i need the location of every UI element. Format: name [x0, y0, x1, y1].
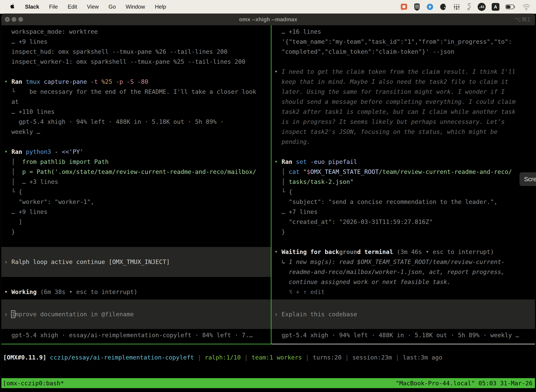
menu-status-icons: ..61 A — [400, 3, 536, 11]
crescent-icon[interactable] — [440, 3, 447, 10]
menu-bar: SlackFileEditViewGoWindowHelp ..61 — [0, 0, 536, 14]
dots-grid-icon[interactable] — [453, 3, 460, 10]
text-segment: "created_at": "2026-03-31T11:59:27.816Z" — [274, 218, 433, 225]
text-segment: Explain this codebase — [282, 311, 357, 318]
omx-session-status: [OMX#0.11.9] cczip/essay/ai-reimplementa… — [1, 344, 535, 363]
pane-left-prompt-input[interactable]: › Improve documentation in @filename — [1, 299, 271, 329]
chat-badge-icon[interactable] — [400, 3, 408, 10]
apple-menu[interactable] — [10, 3, 15, 11]
squiggle-icon[interactable] — [466, 3, 472, 11]
terminal-line: pending. — [274, 137, 532, 147]
terminal-line — [4, 137, 268, 147]
terminal-line — [4, 237, 268, 247]
text-segment: Waiting for back — [282, 248, 339, 255]
text-segment: ] — [4, 218, 22, 225]
screen: SlackFileEditViewGoWindowHelp ..61 — [0, 0, 536, 392]
text-segment: … +9 lines — [4, 38, 48, 45]
blue-bolt-icon[interactable] — [426, 3, 434, 10]
terminal-line: weekly … — [4, 127, 268, 137]
text-segment: "subject": "send a concise recommendatio… — [274, 198, 498, 205]
tmux-pane-right[interactable]: … +16 lines '{"team_name":"my-team","tas… — [272, 25, 535, 344]
screen-edge-tooltip: Scre — [519, 172, 536, 186]
text-segment: (3m 46s • esc to interrupt) — [393, 248, 494, 255]
text-segment: └ { — [4, 188, 22, 195]
terminal-line: "subject": "send a concise recommendatio… — [274, 197, 532, 207]
menu-item-slack[interactable]: Slack — [25, 4, 39, 10]
text-segment: … +16 lines — [274, 28, 321, 35]
terminal-line: … +110 lines — [4, 107, 268, 117]
text-segment: │ — [4, 158, 22, 165]
text-segment: [OMX#0.11.9] — [3, 354, 50, 361]
window-shortcut-hint: ⌥⌘1 — [515, 14, 530, 25]
badge-61-label: ..61 — [479, 5, 484, 9]
terminal-line: should send a message before completing … — [274, 97, 532, 107]
terminal-line: │ … +3 lines — [4, 177, 268, 187]
pane-right-prompt-input[interactable]: › Explain this codebase — [272, 299, 535, 329]
text-segment: › — [4, 311, 11, 318]
tmux-pane-divider[interactable] — [271, 25, 272, 344]
text-segment: <<'PY' — [62, 148, 84, 155]
input-source-a-icon[interactable]: A — [492, 3, 499, 11]
terminal-line: keep that in mind. Maybe I also need the… — [274, 77, 532, 87]
text-segment: p = Path('.omx/state/team/review-current… — [22, 168, 256, 175]
terminal-line: [OMX#0.11.9] cczip/essay/ai-reimplementa… — [3, 352, 535, 363]
terminal-line: • I need to get the claim token from the… — [274, 67, 532, 77]
terminal-line: gpt-5.4 xhigh · 94% left · 488K in · 5.1… — [4, 117, 268, 127]
menu-item-view[interactable]: View — [87, 4, 99, 10]
text-segment: $ — [307, 168, 310, 175]
terminal-line: │ cat "$OMX_TEAM_STATE_ROOT/team/review-… — [274, 167, 532, 177]
pane-right-output: … +16 lines '{"team_name":"my-team","tas… — [274, 27, 532, 297]
input-source-label: A — [494, 4, 497, 10]
text-segment: • — [4, 78, 11, 85]
text-segment: mprove documentation in @filename — [15, 311, 134, 318]
menu-item-help[interactable]: Help — [155, 4, 166, 10]
terminal-line: workspace_mode: worktree — [4, 27, 268, 37]
terminal-line: • Ran python3 - <<'PY' — [4, 147, 268, 157]
text-segment: I — [11, 311, 15, 318]
text-segment: python3 — [26, 148, 55, 155]
terminal-line: › Improve documentation in @filename — [4, 299, 268, 329]
grid-shield-icon[interactable] — [414, 3, 420, 11]
text-segment: readme-and-reco/mailbox/worker-1.json, a… — [274, 268, 505, 275]
menu-item-go[interactable]: Go — [109, 4, 116, 10]
terminal-line: › Explain this codebase — [274, 299, 532, 329]
text-segment: last:3m ago — [403, 354, 442, 361]
text-segment: -p — [116, 78, 127, 85]
text-segment: %25 — [101, 78, 116, 85]
terminal-line: inspect_worker-1: omx sparkshell --tmux-… — [4, 57, 268, 67]
terminal-line: inspect task2's JSON, focusing on the st… — [274, 127, 532, 137]
text-segment: -t — [91, 78, 101, 85]
text-segment: … +9 lines — [4, 208, 48, 215]
text-segment: d terminal — [357, 248, 393, 255]
terminal-line: } — [274, 227, 532, 237]
terminal-line: "worker": "worker-1", — [4, 197, 268, 207]
text-segment: cczip/essay/ai-reimplementation-copyleft — [50, 354, 194, 361]
text-segment: later. Using the same for transition mig… — [274, 88, 505, 95]
text-segment: tmux — [26, 78, 44, 85]
menu-item-edit[interactable]: Edit — [68, 4, 77, 10]
terminal-line — [274, 147, 532, 157]
menu-item-window[interactable]: Window — [125, 4, 145, 10]
terminal-line: • Working (6m 38s • esc to interrupt) — [4, 287, 268, 297]
menu-item-file[interactable]: File — [49, 4, 58, 10]
tmux-host-and-clock: "MacBook-Pro-44.local" 05:03 31-Mar-26 — [396, 380, 532, 387]
text-segment: tasks/task-2.json — [289, 178, 350, 185]
text-segment: Ralph loop active continue [OMX_TMUX_INJ… — [11, 258, 170, 265]
terminal-line: is in progress? It seems likely but perh… — [274, 117, 532, 127]
text-segment: - — [55, 148, 62, 155]
terminal-line: └ { — [274, 187, 532, 197]
text-segment: • — [4, 148, 11, 155]
terminal-line: └ be necessary for the end of the README… — [4, 87, 268, 97]
text-segment: | — [302, 354, 313, 361]
text-segment: workspace_mode: worktree — [4, 28, 98, 35]
pane-left-status-line: gpt-5.4 xhigh · essay/ai-reimplementatio… — [1, 330, 271, 340]
window-titlebar[interactable]: omx --xhigh --madmax ⌥⌘1 — [1, 14, 535, 25]
terminal-line: '{"team_name":"my-team","task_id":"1","f… — [274, 37, 532, 47]
terminal-line — [4, 67, 268, 77]
tmux-pane-left[interactable]: workspace_mode: worktree … +9 lines insp… — [1, 25, 271, 344]
battery-icon[interactable] — [505, 3, 516, 10]
badge-61-icon[interactable]: ..61 — [478, 3, 486, 11]
terminal-line: ↳ 1 new msg(s): read $OMX_TEAM_STATE_ROO… — [274, 257, 532, 267]
text-segment: should send a message before completing … — [274, 98, 515, 105]
wifi-icon[interactable] — [522, 3, 531, 10]
